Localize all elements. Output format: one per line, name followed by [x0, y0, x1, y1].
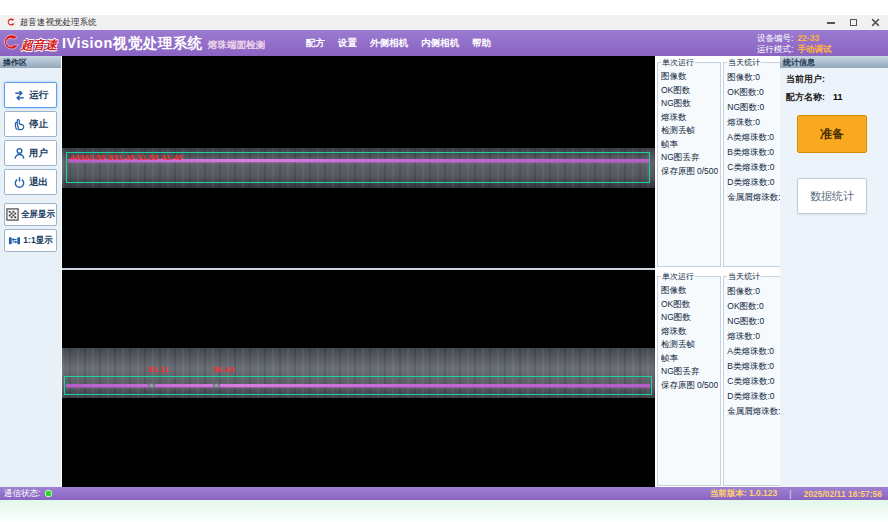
operation-sidebar: 操作区 运行 停止 [0, 56, 61, 487]
data-statistics-button[interactable]: 数据统计 [797, 178, 867, 214]
version-value: 1.0.123 [749, 488, 777, 498]
stats-panel-top: 单次运行 图像数 OK图数 NG图数 熔珠数 检测丢帧 帧率 NG图丢弃 保存原… [657, 57, 779, 267]
stats-panel-bottom: 单次运行 图像数 OK图数 NG图数 熔珠数 检测丢帧 帧率 NG图丢弃 保存原… [657, 271, 779, 486]
sidebar-buttons: 运行 停止 用户 退出 [4, 82, 57, 255]
single-run-title: 单次运行 [661, 57, 695, 68]
stat-row: 熔珠数 [661, 111, 718, 125]
menu-item-help[interactable]: 帮助 [472, 37, 491, 50]
cycle-arrows-icon [13, 89, 26, 102]
app-title: IVision视觉处理系统 [62, 34, 203, 53]
stat-row: 图像数 [661, 70, 718, 84]
desktop-margin-top [0, 0, 888, 15]
stat-row: C类熔珠数:0 [727, 374, 785, 389]
close-button[interactable] [864, 15, 886, 30]
recipe-name-row: 配方名称:11 [786, 91, 888, 104]
stat-row: 熔珠数 [661, 325, 718, 339]
menu-item-inner-camera[interactable]: 内侧相机 [421, 37, 459, 50]
run-button-label: 运行 [29, 89, 48, 102]
status-bar: 通信状态: 当前版本: 1.0.123 | 2025/02/11 16:57:5… [0, 487, 888, 500]
device-number-row: 设备编号:22-33 [757, 33, 831, 44]
desktop-margin-bottom [0, 500, 888, 522]
bead-marker [213, 383, 220, 388]
run-mode-label: 运行模式: [757, 44, 793, 54]
stat-row: 熔珠数:0 [727, 329, 785, 344]
minimize-icon [827, 22, 835, 24]
today-stats-title: 当天统计 [727, 271, 761, 282]
stat-row: C类熔珠数:0 [727, 160, 785, 175]
recipe-name-label: 配方名称: [786, 92, 825, 102]
one-to-one-button-label: 1:1显示 [23, 235, 52, 247]
device-number-label: 设备编号: [757, 33, 793, 43]
maximize-button[interactable] [842, 15, 864, 30]
recipe-name-value: 11 [833, 92, 843, 102]
stat-row: 金属屑熔珠数:0 [727, 190, 785, 205]
current-user-label: 当前用户: [786, 74, 825, 84]
hand-stop-icon [13, 118, 26, 131]
stat-row: 图像数:0 [727, 284, 785, 299]
menu-bar: 配方 设置 外侧相机 内侧相机 帮助 [306, 30, 491, 56]
statistics-info-panel: 统计信息 当前用户: 配方名称:11 准备 数据统计 [780, 56, 888, 487]
stat-row: OK图数 [661, 84, 718, 98]
app-subtitle: 熔珠端面检测 [208, 39, 265, 52]
exit-button[interactable]: 退出 [4, 169, 57, 195]
header-info: 设备编号:22-33 运行模式:手动调试 [757, 33, 831, 55]
fullscreen-button-label: 全屏显示 [21, 209, 55, 221]
current-user-row: 当前用户: [786, 73, 888, 86]
app-icon [7, 18, 16, 27]
stat-row: D类熔珠数:0 [727, 175, 785, 190]
stat-row: 图像数 [661, 284, 718, 298]
stat-row: 图像数:0 [727, 70, 785, 85]
info-panel-title: 统计信息 [780, 56, 888, 68]
minimize-button[interactable] [820, 15, 842, 30]
today-stats-groupbox: 当天统计 图像数:0 OK图数:0 NG图数:0 熔珠数:0 A类熔珠数:0 B… [723, 57, 788, 267]
single-run-groupbox: 单次运行 图像数 OK图数 NG图数 熔珠数 检测丢帧 帧率 NG图丢弃 保存原… [657, 271, 721, 486]
datetime-value: 2025/02/11 16:57:56 [804, 489, 882, 499]
device-number-value: 22-33 [797, 33, 819, 43]
stat-row: A类熔珠数:0 [727, 344, 785, 359]
user-button-label: 用户 [29, 147, 48, 160]
run-button[interactable]: 运行 [4, 82, 57, 108]
power-icon [13, 176, 26, 189]
stat-row: NG图丢弃 [661, 365, 718, 379]
app-header: 超音速 IVision视觉处理系统 熔珠端面检测 配方 设置 外侧相机 内侧相机… [0, 30, 888, 56]
maximize-icon [850, 19, 857, 26]
prepare-button[interactable]: 准备 [797, 115, 867, 153]
stat-row: 保存原图0/500 [661, 165, 718, 179]
stat-row: NG图数:0 [727, 100, 785, 115]
stop-button[interactable]: 停止 [4, 111, 57, 137]
user-button[interactable]: 用户 [4, 140, 57, 166]
stat-row: OK图数:0 [727, 299, 785, 314]
dithered-square-icon [6, 208, 19, 221]
exit-button-label: 退出 [29, 176, 48, 189]
screen: 超音速视觉处理系统 超音速 IVision视觉处理系统 熔珠端面检测 配方 设置… [0, 0, 888, 522]
stat-row: A类熔珠数:0 [727, 130, 785, 145]
stat-row: 熔珠数:0 [727, 115, 785, 130]
window-controls [820, 15, 886, 30]
stat-row: NG图丢弃 [661, 151, 718, 165]
today-stats-title: 当天统计 [727, 57, 761, 68]
fullscreen-button[interactable]: 全屏显示 [4, 203, 57, 226]
stat-row: 检测丢帧 [661, 338, 718, 352]
menu-item-recipe[interactable]: 配方 [306, 37, 325, 50]
stat-row: B类熔珠数:0 [727, 359, 785, 374]
stop-button-label: 停止 [29, 118, 48, 131]
measurement-annotation-2: 56.43 [213, 365, 235, 374]
camera-view-bottom[interactable]: 53.11 56.43 [62, 270, 655, 487]
stat-row: 金属屑熔珠数:0 [727, 404, 785, 419]
menu-item-outer-camera[interactable]: 外侧相机 [370, 37, 408, 50]
version-datetime: 当前版本: 1.0.123 | 2025/02/11 16:57:56 [710, 488, 882, 499]
comm-status: 通信状态: [4, 488, 52, 499]
stat-row: NG图数 [661, 97, 718, 111]
camera-view-top[interactable]: 44360.59 831.49 31.53 41.49 [62, 56, 655, 268]
menu-item-settings[interactable]: 设置 [338, 37, 357, 50]
stat-row: B类熔珠数:0 [727, 145, 785, 160]
stat-row: 检测丢帧 [661, 124, 718, 138]
logo-icon [3, 34, 21, 52]
single-run-title: 单次运行 [661, 271, 695, 282]
one-to-one-button[interactable]: 1:1显示 [4, 229, 57, 252]
sidebar-title: 操作区 [0, 56, 61, 68]
measurement-annotation-1: 53.11 [148, 365, 169, 374]
bead-marker [148, 383, 155, 388]
stat-row: NG图数 [661, 311, 718, 325]
one-to-one-icon [8, 234, 21, 247]
